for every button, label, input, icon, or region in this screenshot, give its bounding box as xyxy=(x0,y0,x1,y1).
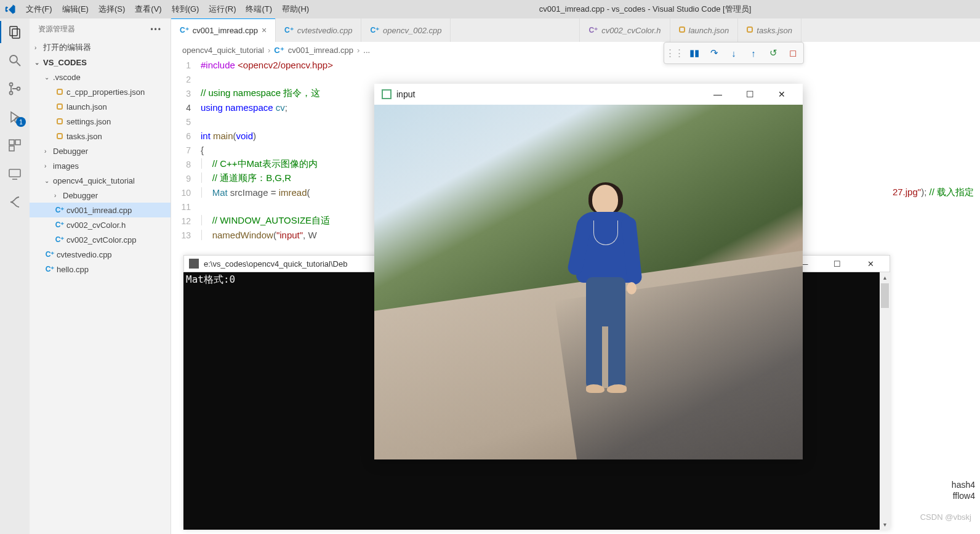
breadcrumb-file[interactable]: cv001_imread.cpp xyxy=(288,46,353,55)
svg-line-3 xyxy=(17,62,20,66)
console-scrollbar[interactable]: ▴ ▾ xyxy=(880,272,890,530)
folder-images[interactable]: ›images xyxy=(30,158,171,173)
tab-bar: C⁺cv001_imread.cpp× C⁺cvtestvedio.cpp C⁺… xyxy=(171,18,980,42)
file-tree: ›打开的编辑器 ⌄VS_CODES ⌄.vscode c_cpp_propert… xyxy=(30,40,171,534)
svg-point-2 xyxy=(10,55,17,63)
folder-debugger-2[interactable]: ›Debugger xyxy=(30,188,171,203)
svg-rect-9 xyxy=(9,140,14,145)
sidebar: 资源管理器 ••• ›打开的编辑器 ⌄VS_CODES ⌄.vscode c_c… xyxy=(30,18,171,534)
file-ccpp-properties[interactable]: c_cpp_properties.json xyxy=(30,84,171,99)
menu-edit[interactable]: 编辑(E) xyxy=(58,1,92,17)
tab-launch-json[interactable]: launch.json xyxy=(670,18,739,42)
tab-cvcolor-h[interactable]: C⁺cv002_cvColor.h xyxy=(580,18,670,42)
svg-point-6 xyxy=(17,87,20,91)
debug-toolbar[interactable]: ⋮⋮ ▮▮ ↷ ↓ ↑ ↺ ◻ xyxy=(664,42,804,64)
activity-bar: 1 xyxy=(0,18,30,534)
image-window-title: input xyxy=(396,89,415,99)
folder-debugger[interactable]: ›Debugger xyxy=(30,144,171,158)
menu-file[interactable]: 文件(F) xyxy=(22,1,56,17)
run-debug-icon[interactable]: 1 xyxy=(6,108,23,126)
svg-point-5 xyxy=(10,92,13,95)
folder-root[interactable]: ⌄VS_CODES xyxy=(30,55,171,70)
minimize-icon[interactable]: — xyxy=(704,89,731,99)
share-icon[interactable] xyxy=(6,193,23,211)
folder-vscode[interactable]: ⌄.vscode xyxy=(30,70,171,84)
svg-rect-11 xyxy=(9,146,14,151)
image-app-icon xyxy=(382,89,392,99)
open-editors-section[interactable]: ›打开的编辑器 xyxy=(30,40,171,55)
tab-tasks-json[interactable]: tasks.json xyxy=(738,18,801,42)
svg-rect-0 xyxy=(10,26,17,36)
step-out-icon[interactable]: ↑ xyxy=(748,47,759,59)
file-tasks-json[interactable]: tasks.json xyxy=(30,129,171,144)
console-app-icon xyxy=(189,259,199,269)
breadcrumb-folder[interactable]: opencv4_quick_tutorial xyxy=(182,46,264,55)
sidebar-more-icon[interactable]: ••• xyxy=(150,25,162,34)
person-figure xyxy=(571,185,639,394)
scroll-down-icon[interactable]: ▾ xyxy=(880,519,890,530)
sidebar-header: 资源管理器 ••• xyxy=(30,18,171,40)
menu-terminal[interactable]: 终端(T) xyxy=(242,1,276,17)
maximize-icon[interactable]: ☐ xyxy=(736,89,763,99)
file-cv001-imread[interactable]: C⁺cv001_imread.cpp xyxy=(30,203,171,217)
window-title: cv001_imread.cpp - vs_codes - Visual Stu… xyxy=(315,4,975,15)
menu-selection[interactable]: 选择(S) xyxy=(95,1,129,17)
menu-run[interactable]: 运行(R) xyxy=(205,1,239,17)
close-icon[interactable]: ✕ xyxy=(856,259,885,269)
image-window: input — ☐ ✕ xyxy=(374,84,803,459)
remote-icon[interactable] xyxy=(6,165,23,182)
breadcrumb-more[interactable]: ... xyxy=(363,46,370,55)
search-icon[interactable] xyxy=(6,52,23,69)
svg-rect-10 xyxy=(15,140,20,145)
debug-badge: 1 xyxy=(16,117,26,127)
vscode-logo-icon xyxy=(5,4,16,15)
step-over-icon[interactable]: ↷ xyxy=(709,47,720,59)
watermark: CSDN @vbskj xyxy=(920,512,971,522)
tab-spacer xyxy=(451,18,580,42)
close-icon[interactable]: ✕ xyxy=(768,89,795,99)
side-text: hash4fflow4 xyxy=(952,479,975,501)
pause-icon[interactable]: ▮▮ xyxy=(689,47,700,59)
sidebar-title: 资源管理器 xyxy=(38,24,75,34)
image-titlebar[interactable]: input — ☐ ✕ xyxy=(374,84,803,105)
svg-rect-1 xyxy=(12,29,20,38)
file-hello[interactable]: C⁺hello.cpp xyxy=(30,262,171,277)
menu-go[interactable]: 转到(G) xyxy=(168,1,203,17)
breadcrumbs[interactable]: opencv4_quick_tutorial› C⁺cv001_imread.c… xyxy=(171,42,980,58)
menu-help[interactable]: 帮助(H) xyxy=(278,1,313,17)
svg-rect-12 xyxy=(9,169,20,177)
menu-view[interactable]: 查看(V) xyxy=(131,1,165,17)
step-into-icon[interactable]: ↓ xyxy=(728,47,739,59)
tab-cv001[interactable]: C⁺cv001_imread.cpp× xyxy=(171,18,276,42)
extensions-icon[interactable] xyxy=(6,137,23,154)
file-settings-json[interactable]: settings.json xyxy=(30,114,171,129)
file-cv002-cvtcolor-cpp[interactable]: C⁺cv002_cvtColor.cpp xyxy=(30,232,171,247)
source-control-icon[interactable] xyxy=(6,80,23,97)
file-launch-json[interactable]: launch.json xyxy=(30,99,171,114)
tab-opencv002[interactable]: C⁺opencv_002.cpp xyxy=(361,18,451,42)
file-cv002-cvcolor-h[interactable]: C⁺cv002_cvColor.h xyxy=(30,217,171,232)
scroll-up-icon[interactable]: ▴ xyxy=(880,272,890,283)
scroll-thumb[interactable] xyxy=(881,283,889,308)
grip-icon[interactable]: ⋮⋮ xyxy=(669,47,680,59)
restart-icon[interactable]: ↺ xyxy=(768,47,779,59)
stop-icon[interactable]: ◻ xyxy=(787,47,798,59)
image-content xyxy=(374,105,803,459)
file-cvtestvedio[interactable]: C⁺cvtestvedio.cpp xyxy=(30,247,171,262)
explorer-icon[interactable] xyxy=(6,23,23,41)
folder-tutorial[interactable]: ⌄opencv4_quick_tutorial xyxy=(30,173,171,188)
title-bar: 文件(F) 编辑(E) 选择(S) 查看(V) 转到(G) 运行(R) 终端(T… xyxy=(0,0,980,18)
svg-point-4 xyxy=(10,83,13,86)
tab-cvtestvedio[interactable]: C⁺cvtestvedio.cpp xyxy=(276,18,361,42)
maximize-icon[interactable]: ☐ xyxy=(823,259,851,269)
close-icon[interactable]: × xyxy=(262,25,267,35)
console-title: e:\vs_codes\opencv4_quick_tutorial\Deb xyxy=(204,259,347,269)
